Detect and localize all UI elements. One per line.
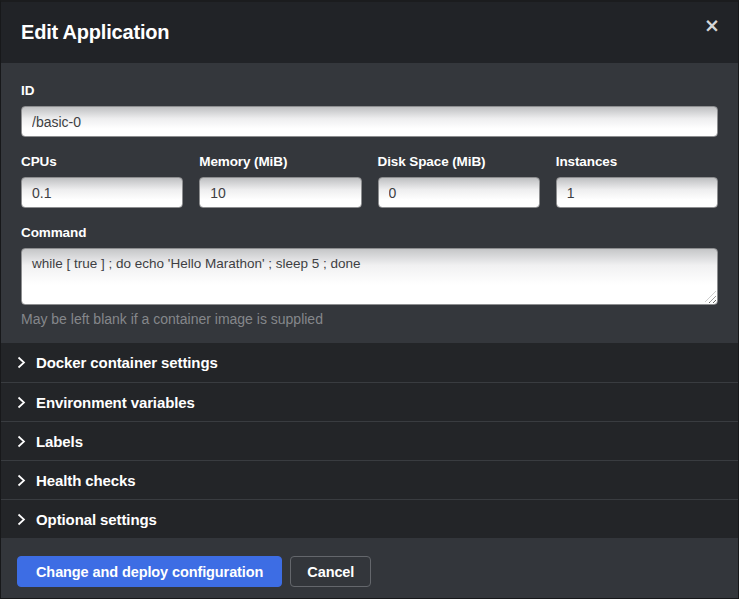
modal-header: Edit Application × <box>1 2 738 63</box>
section-labels[interactable]: Labels <box>1 421 738 460</box>
cpus-input[interactable] <box>21 177 183 208</box>
section-label: Docker container settings <box>36 354 218 371</box>
command-field-group: Command while [ true ] ; do echo 'Hello … <box>21 226 718 327</box>
disk-field-group: Disk Space (MiB) <box>378 155 540 208</box>
memory-input[interactable] <box>199 177 361 208</box>
section-environment-variables[interactable]: Environment variables <box>1 382 738 421</box>
section-optional-settings[interactable]: Optional settings <box>1 499 738 538</box>
accordion-sections: Docker container settings Environment va… <box>1 343 738 538</box>
section-docker-container-settings[interactable]: Docker container settings <box>1 343 738 382</box>
chevron-right-icon <box>17 396 26 409</box>
memory-field-label: Memory (MiB) <box>199 155 361 169</box>
disk-input[interactable] <box>378 177 540 208</box>
page-title: Edit Application <box>21 21 169 44</box>
cancel-button[interactable]: Cancel <box>290 556 371 587</box>
chevron-right-icon <box>17 474 26 487</box>
section-label: Environment variables <box>36 394 195 411</box>
edit-application-modal: Edit Application × ID CPUs Memory (MiB) … <box>0 0 739 599</box>
section-health-checks[interactable]: Health checks <box>1 460 738 499</box>
section-label: Health checks <box>36 472 136 489</box>
close-icon[interactable]: × <box>698 12 726 39</box>
cpus-field-group: CPUs <box>21 155 183 208</box>
command-textarea-wrap: while [ true ] ; do echo 'Hello Marathon… <box>21 248 718 305</box>
command-help-text: May be left blank if a container image i… <box>21 311 718 327</box>
command-field-label: Command <box>21 226 718 240</box>
change-and-deploy-button[interactable]: Change and deploy configuration <box>17 556 282 587</box>
command-textarea[interactable]: while [ true ] ; do echo 'Hello Marathon… <box>21 248 718 305</box>
instances-field-group: Instances <box>556 155 718 208</box>
section-label: Labels <box>36 433 83 450</box>
id-field-group: ID <box>21 84 718 137</box>
cpus-field-label: CPUs <box>21 155 183 169</box>
resource-fields-row: CPUs Memory (MiB) Disk Space (MiB) Insta… <box>21 155 718 208</box>
section-label: Optional settings <box>36 511 157 528</box>
disk-field-label: Disk Space (MiB) <box>378 155 540 169</box>
id-field-label: ID <box>21 84 718 98</box>
memory-field-group: Memory (MiB) <box>199 155 361 208</box>
id-input[interactable] <box>21 106 718 137</box>
instances-field-label: Instances <box>556 155 718 169</box>
instances-input[interactable] <box>556 177 718 208</box>
chevron-right-icon <box>17 513 26 526</box>
modal-footer: Change and deploy configuration Cancel <box>1 538 738 598</box>
chevron-right-icon <box>17 356 26 369</box>
modal-body: ID CPUs Memory (MiB) Disk Space (MiB) In… <box>1 63 738 343</box>
chevron-right-icon <box>17 435 26 448</box>
